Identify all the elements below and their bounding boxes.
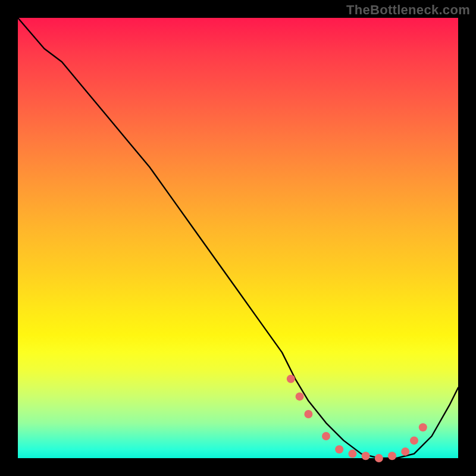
- marker-point: [335, 445, 343, 453]
- curve-svg: [18, 18, 458, 458]
- chart-frame: TheBottleneck.com: [0, 0, 476, 476]
- marker-point: [419, 423, 427, 431]
- bottleneck-curve-line: [18, 18, 458, 458]
- marker-point: [362, 452, 370, 460]
- marker-point: [287, 375, 295, 383]
- plot-area: [18, 18, 458, 458]
- marker-point: [410, 436, 418, 444]
- marker-group: [287, 375, 427, 462]
- marker-point: [348, 450, 356, 458]
- marker-point: [304, 410, 312, 418]
- marker-point: [322, 432, 330, 440]
- marker-point: [388, 452, 396, 460]
- marker-point: [401, 447, 409, 456]
- watermark-text: TheBottleneck.com: [346, 2, 470, 18]
- marker-point: [296, 392, 304, 400]
- marker-point: [375, 454, 383, 462]
